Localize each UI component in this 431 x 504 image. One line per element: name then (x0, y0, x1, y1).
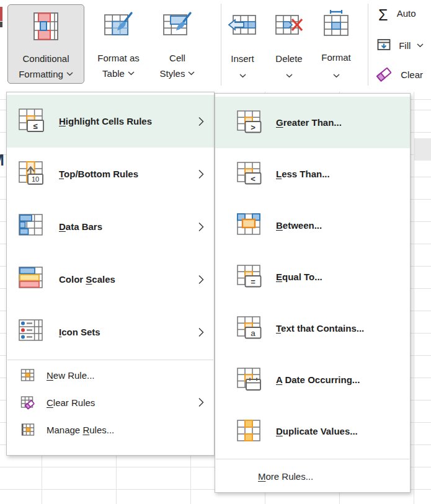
ribbon: Conditional Formatting Format as Table (0, 0, 431, 92)
format-as-table-icon (104, 11, 133, 43)
menu-item-label: Data Bars (59, 221, 102, 232)
clear-button[interactable]: Clear (375, 64, 423, 85)
menu-item-label: Top/Bottom Rules (59, 169, 138, 179)
highlight-cells-rules-icon: ≤ (18, 107, 47, 136)
menu-item-label: A Date Occurring... (276, 374, 360, 385)
submenu-arrow-icon (198, 222, 204, 232)
submenu-arrow-icon (198, 327, 204, 337)
button-label: Fill (399, 40, 411, 51)
menu-separator (216, 459, 409, 459)
submenu-item-greater-than[interactable]: > Greater Than... (215, 97, 410, 148)
svg-text:>: > (251, 122, 255, 131)
submenu-item-between[interactable]: Between... (215, 200, 410, 251)
conditional-formatting-button[interactable]: Conditional Formatting (7, 4, 84, 84)
insert-button[interactable]: Insert (225, 4, 260, 84)
worksheet-clipped-text: M (0, 151, 6, 169)
menu-item-label: Icon Sets (59, 327, 100, 337)
chevron-down-icon (318, 68, 355, 82)
submenu-item-duplicate-values[interactable]: Duplicate Values... (215, 405, 410, 457)
button-label: Cell (153, 51, 202, 65)
excel-window: M Conditional Formatting (0, 0, 431, 504)
svg-text:a: a (251, 328, 255, 337)
chevron-down-icon (188, 65, 195, 79)
submenu-item-a-date-occurring[interactable]: A Date Occurring... (215, 354, 410, 405)
button-label: Clear (401, 69, 423, 80)
menu-item-highlight-cells-rules[interactable]: ≤ Highlight Cells Rules (7, 95, 214, 148)
svg-text:<: < (251, 174, 255, 183)
submenu-arrow-icon (198, 117, 204, 126)
eraser-icon (375, 64, 394, 85)
format-cells-icon (321, 9, 351, 39)
submenu-item-more-rules[interactable]: More Rules... (215, 461, 410, 491)
menu-item-top-bottom-rules[interactable]: 10 Top/Bottom Rules (7, 148, 214, 200)
equal-to-icon: = (236, 263, 264, 291)
ribbon-group-separator (221, 4, 221, 86)
button-label: Auto (397, 8, 416, 19)
delete-cells-icon (274, 14, 304, 39)
menu-item-label: Text that Contains... (276, 323, 364, 334)
fill-icon (377, 38, 391, 53)
ribbon-group-separator (368, 4, 368, 86)
new-rule-icon (20, 368, 35, 382)
menu-item-color-scales[interactable]: Color Scales (7, 253, 214, 306)
menu-item-label: Clear Rules (47, 397, 95, 408)
chevron-down-icon (66, 66, 73, 80)
svg-text:≤: ≤ (33, 122, 37, 131)
chevron-down-icon (225, 68, 260, 82)
chevron-down-icon (128, 65, 135, 79)
button-label: Table (102, 68, 125, 79)
menu-item-icon-sets[interactable]: Icon Sets (7, 306, 214, 358)
menu-item-label: More Rules... (258, 471, 313, 482)
button-label: Delete (270, 51, 308, 66)
manage-rules-icon (20, 422, 35, 437)
menu-item-label: Manage Rules... (47, 425, 114, 435)
autosum-button[interactable]: Σ Auto (378, 6, 416, 24)
cell-styles-icon (162, 11, 192, 43)
chevron-down-icon (417, 39, 424, 50)
submenu-item-equal-to[interactable]: = Equal To... (215, 251, 410, 303)
menu-item-label: Equal To... (276, 272, 322, 282)
menu-separator (7, 360, 213, 360)
duplicate-values-icon (236, 418, 264, 445)
submenu-item-less-than[interactable]: < Less Than... (215, 148, 410, 200)
conditional-formatting-menu: ≤ Highlight Cells Rules 10 Top/Bottom Ru… (6, 92, 215, 456)
clipped-icon-fragment (0, 7, 2, 21)
button-label: Format as (86, 51, 151, 65)
less-than-icon: < (236, 161, 264, 188)
greater-than-icon: > (236, 109, 264, 136)
menu-item-data-bars[interactable]: Data Bars (7, 200, 214, 253)
text-that-contains-icon: a (236, 315, 264, 342)
chevron-down-icon (270, 68, 308, 82)
submenu-arrow-icon (198, 397, 204, 407)
data-bars-icon (18, 213, 47, 241)
button-label: Insert (225, 51, 260, 66)
format-button[interactable]: Format (318, 4, 355, 84)
icon-sets-icon (18, 318, 47, 347)
highlight-cells-rules-submenu: > Greater Than... < Less Than... (215, 93, 411, 493)
cell-styles-button[interactable]: Cell Styles (153, 4, 202, 84)
button-label: Conditional (8, 51, 84, 66)
top-bottom-rules-icon: 10 (18, 160, 47, 188)
insert-cells-icon (228, 14, 257, 39)
menu-item-label: Color Scales (59, 274, 115, 285)
submenu-arrow-icon (198, 169, 204, 179)
submenu-item-text-that-contains[interactable]: a Text that Contains... (215, 303, 410, 354)
svg-text:=: = (251, 276, 255, 286)
submenu-arrow-icon (198, 275, 204, 285)
delete-button[interactable]: Delete (270, 4, 308, 84)
sigma-icon: Σ (378, 6, 388, 24)
menu-item-label: Greater Than... (276, 117, 342, 128)
format-as-table-button[interactable]: Format as Table (86, 4, 151, 84)
button-label: Styles (160, 68, 185, 79)
menu-item-new-rule[interactable]: New Rule... (7, 361, 214, 389)
button-label: Format (318, 50, 355, 64)
menu-item-clear-rules[interactable]: Clear Rules (7, 389, 214, 416)
fill-button[interactable]: Fill (377, 38, 424, 53)
worksheet-grey-cell (414, 138, 431, 161)
menu-item-label: Between... (276, 220, 322, 231)
clear-rules-icon (20, 395, 35, 410)
button-label: Formatting (19, 69, 63, 79)
menu-item-manage-rules[interactable]: Manage Rules... (7, 416, 214, 443)
menu-item-label: New Rule... (47, 370, 95, 381)
conditional-formatting-icon (31, 12, 61, 44)
